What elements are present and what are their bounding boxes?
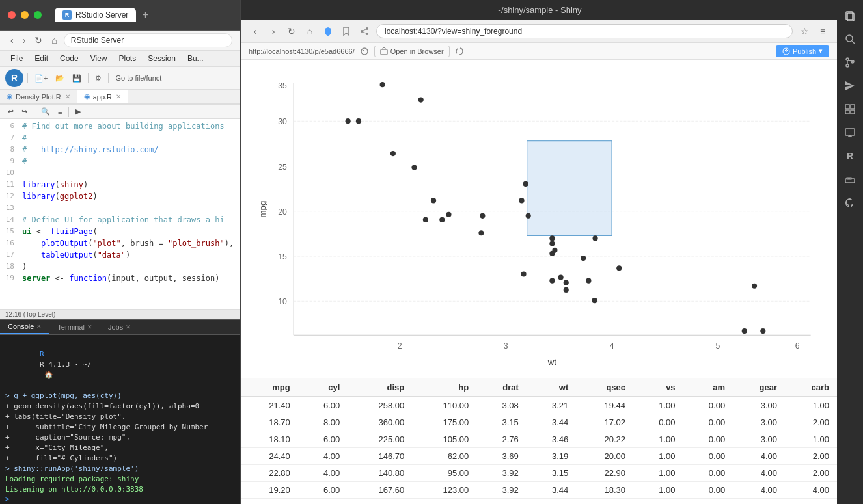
table-cell: 18.70 xyxy=(241,414,298,431)
scatter-plot[interactable]: 30 25 20 15 10 2 3 4 5 6 wt mpg xyxy=(254,73,824,372)
terminal-close[interactable]: ✕ xyxy=(87,324,92,330)
console-prompt[interactable]: > xyxy=(5,495,235,503)
table-cell: 3.00 xyxy=(733,397,785,414)
sidebar-search-icon[interactable] xyxy=(840,29,860,49)
undo-button[interactable]: ↩ xyxy=(5,106,16,117)
density-plot-close[interactable]: ✕ xyxy=(65,93,70,100)
sidebar-monitor-icon[interactable] xyxy=(840,122,860,143)
bottom-panel: Console ✕ Terminal ✕ Jobs ✕ R R 4.1.3 · … xyxy=(0,319,240,505)
svg-rect-37 xyxy=(845,105,849,109)
shiny-menu-icon[interactable]: ≡ xyxy=(816,25,829,38)
col-disp: disp xyxy=(348,378,412,397)
jobs-close[interactable]: ✕ xyxy=(126,324,131,330)
sidebar-send-icon[interactable] xyxy=(840,75,860,96)
shiny-forward-button[interactable]: › xyxy=(267,25,280,38)
code-line-15: 15 ui <- fluidPage( xyxy=(0,227,240,239)
toolbar-sep-5 xyxy=(68,107,69,117)
app-r-close[interactable]: ✕ xyxy=(116,93,121,100)
goto-file-button[interactable]: Go to file/funct xyxy=(113,73,164,83)
table-cell: 3.15 xyxy=(476,414,527,431)
publish-button[interactable]: Publish ▾ xyxy=(776,45,829,57)
terminal-tab[interactable]: Terminal ✕ xyxy=(49,320,100,334)
close-button[interactable] xyxy=(8,11,16,19)
r-logo[interactable]: R xyxy=(5,69,23,87)
sidebar-copy-icon[interactable] xyxy=(840,5,860,26)
table-cell: 62.00 xyxy=(412,448,476,465)
publish-dropdown-icon[interactable]: ▾ xyxy=(819,47,823,55)
find-button[interactable]: 🔍 xyxy=(38,106,53,117)
table-cell: 1.00 xyxy=(633,465,683,482)
new-tab-button[interactable]: + xyxy=(139,8,152,21)
brush-selection[interactable] xyxy=(527,141,612,236)
sidebar-r-icon[interactable]: R xyxy=(840,146,860,166)
file-tab-bar: ◉ Density Plot.R ✕ ◉ app.R ✕ xyxy=(0,90,240,104)
menu-view[interactable]: View xyxy=(85,53,113,64)
format-button[interactable]: ≡ xyxy=(55,107,64,117)
console-line-7: + fill="# Cylinders") xyxy=(5,453,235,464)
code-line-10: 10 xyxy=(0,168,240,180)
shiny-sub-bar: http://localhost:4130/p/e5ad6666/ Open i… xyxy=(241,43,837,60)
app-r-tab[interactable]: ◉ app.R ✕ xyxy=(77,90,128,103)
shiny-home-button[interactable]: ⌂ xyxy=(303,25,316,38)
menu-session[interactable]: Session xyxy=(143,53,181,64)
scatter-plot-container[interactable]: 30 25 20 15 10 2 3 4 5 6 wt mpg xyxy=(241,60,837,378)
redo-button[interactable]: ↪ xyxy=(19,106,30,117)
code-line-11: 11 library(shiny) xyxy=(0,180,240,192)
table-cell: 225.00 xyxy=(348,431,412,448)
sidebar-grid-icon[interactable] xyxy=(840,99,860,120)
new-file-button[interactable]: 📄+ xyxy=(32,73,50,84)
sidebar-branch-icon[interactable] xyxy=(840,52,860,73)
shiny-url-input[interactable] xyxy=(376,24,793,38)
shiny-back-button[interactable]: ‹ xyxy=(249,25,262,38)
svg-rect-40 xyxy=(851,110,855,114)
refresh-button[interactable]: ↻ xyxy=(32,34,45,47)
point-24 xyxy=(592,298,597,303)
open-in-browser-button[interactable]: Open in Browser xyxy=(374,46,450,57)
menu-code[interactable]: Code xyxy=(55,53,84,64)
rstudio-tab[interactable]: R RStudio Server xyxy=(55,8,136,22)
compile-button[interactable]: ▶ xyxy=(73,106,83,117)
cursor-position: 12:16 (Top Level) xyxy=(5,311,55,318)
shiny-shield-icon xyxy=(322,25,335,38)
svg-rect-6 xyxy=(381,49,387,55)
point-17 xyxy=(752,284,757,289)
code-editor[interactable]: 6 # Find out more about building applica… xyxy=(0,119,240,309)
jobs-tab[interactable]: Jobs ✕ xyxy=(100,320,139,334)
r-version-icon: R xyxy=(40,350,44,358)
code-line-9: 9 # xyxy=(0,157,240,168)
console-area[interactable]: R R 4.1.3 · ~/ 🏠 > g + ggplot(mpg, aes(c… xyxy=(0,335,240,505)
home-button[interactable]: ⌂ xyxy=(49,34,59,47)
forward-button[interactable]: › xyxy=(20,34,29,47)
console-close[interactable]: ✕ xyxy=(36,323,42,330)
back-button[interactable]: ‹ xyxy=(8,34,16,47)
open-file-button[interactable]: 📂 xyxy=(53,73,67,84)
save-button[interactable]: 💾 xyxy=(70,73,84,84)
settings-button[interactable]: ⚙ xyxy=(92,73,104,84)
menu-build[interactable]: Bu... xyxy=(182,53,209,64)
console-tab[interactable]: Console ✕ xyxy=(0,320,49,334)
shiny-star-icon[interactable]: ☆ xyxy=(798,25,811,38)
svg-point-31 xyxy=(846,35,853,42)
console-line-8: > shiny::runApp('shiny/sample') xyxy=(5,464,235,474)
svg-text:15: 15 xyxy=(278,252,287,261)
console-line-2: + geom_density(aes(fill=factor(cyl)), al… xyxy=(5,401,235,412)
minimize-button[interactable] xyxy=(21,11,29,19)
density-plot-tab[interactable]: ◉ Density Plot.R ✕ xyxy=(0,90,77,103)
shiny-refresh-button[interactable]: ↻ xyxy=(285,25,298,38)
menu-file[interactable]: File xyxy=(5,53,28,64)
menu-edit[interactable]: Edit xyxy=(29,53,53,64)
col-am: am xyxy=(683,378,733,397)
console-input[interactable] xyxy=(12,495,235,503)
point-9 xyxy=(519,198,524,203)
maximize-button[interactable] xyxy=(34,11,42,19)
sidebar-github-icon[interactable] xyxy=(840,192,860,213)
menu-plots[interactable]: Plots xyxy=(114,53,142,64)
table-cell: 1.00 xyxy=(633,397,683,414)
shiny-reload-mini-icon xyxy=(360,47,369,56)
address-input[interactable] xyxy=(64,33,232,47)
editor-toolbar: R 📄+ 📂 💾 ⚙ Go to file/funct xyxy=(0,67,240,90)
table-cell: 0.00 xyxy=(633,414,683,431)
table-cell: 4.00 xyxy=(298,448,348,465)
table-cell: 22.80 xyxy=(241,465,298,482)
sidebar-docker-icon[interactable] xyxy=(840,169,860,190)
